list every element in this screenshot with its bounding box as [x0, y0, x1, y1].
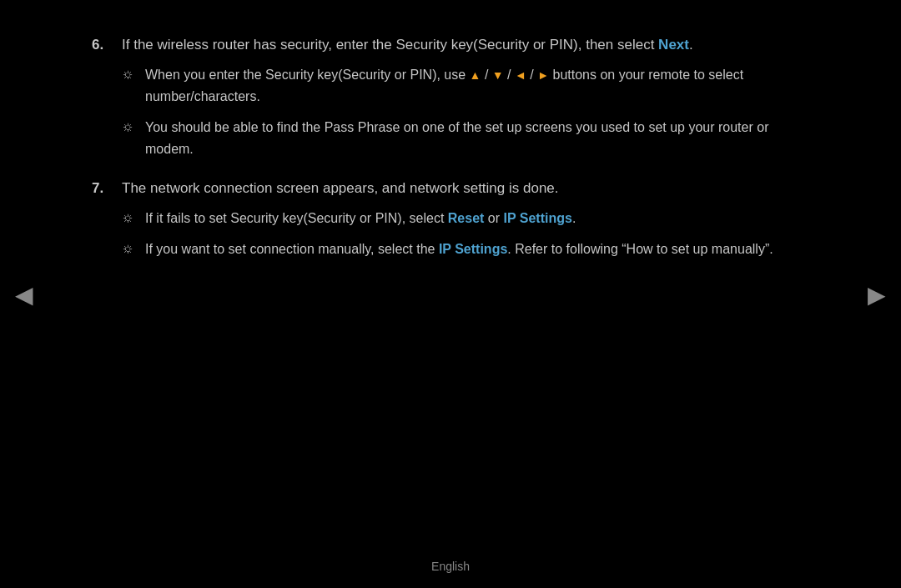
step-6-text: If the wireless router has security, ent… [122, 33, 809, 170]
step-6-note-1-text: When you enter the Security key(Security… [145, 64, 809, 107]
nav-arrow-right[interactable]: ▶ [868, 280, 886, 308]
arrow-left: ◄ [515, 68, 526, 82]
step-6-text-before: If the wireless router has security, ent… [122, 37, 658, 53]
step-7-note-2-text: If you want to set connection manually, … [145, 239, 809, 260]
content-area: 6. If the wireless router has security, … [92, 33, 809, 270]
arrow-right: ► [537, 68, 549, 82]
step-6-notes: ⛭ When you enter the Security key(Securi… [122, 64, 809, 159]
step-6-number: 6. [92, 33, 122, 170]
step-6-note-2-text: You should be able to find the Pass Phra… [145, 117, 809, 159]
arrow-up: ▲ [470, 68, 481, 82]
arrow-down: ▼ [492, 68, 504, 82]
step-7-note-1-text: If it fails to set Security key(Security… [145, 208, 809, 229]
step-6-highlight-next: Next [658, 37, 689, 53]
reset-link: Reset [448, 211, 485, 225]
footer-language: English [431, 560, 470, 573]
note-icon-2: ⛭ [122, 118, 145, 138]
step-7-note-1: ⛭ If it fails to set Security key(Securi… [122, 208, 809, 229]
page-container: ◀ ▶ 6. If the wireless router has securi… [0, 0, 901, 588]
step-7-main-text: The network connection screen appears, a… [122, 180, 559, 196]
ip-settings-link-2: IP Settings [439, 242, 507, 256]
step-6: 6. If the wireless router has security, … [92, 33, 809, 170]
note-icon-3: ⛭ [122, 209, 145, 229]
ip-settings-link-1: IP Settings [503, 211, 571, 225]
step-7-text: The network connection screen appears, a… [122, 177, 809, 270]
step-6-text-after: . [689, 37, 693, 53]
step-7-note-2: ⛭ If you want to set connection manually… [122, 239, 809, 260]
note-icon-4: ⛭ [122, 239, 145, 259]
step-7: 7. The network connection screen appears… [92, 177, 809, 270]
nav-arrow-left[interactable]: ◀ [15, 280, 33, 308]
step-7-notes: ⛭ If it fails to set Security key(Securi… [122, 208, 809, 260]
step-6-note-1: ⛭ When you enter the Security key(Securi… [122, 64, 809, 107]
step-7-number: 7. [92, 177, 122, 270]
note-icon-1: ⛭ [122, 65, 145, 85]
step-6-note-2: ⛭ You should be able to find the Pass Ph… [122, 117, 809, 159]
